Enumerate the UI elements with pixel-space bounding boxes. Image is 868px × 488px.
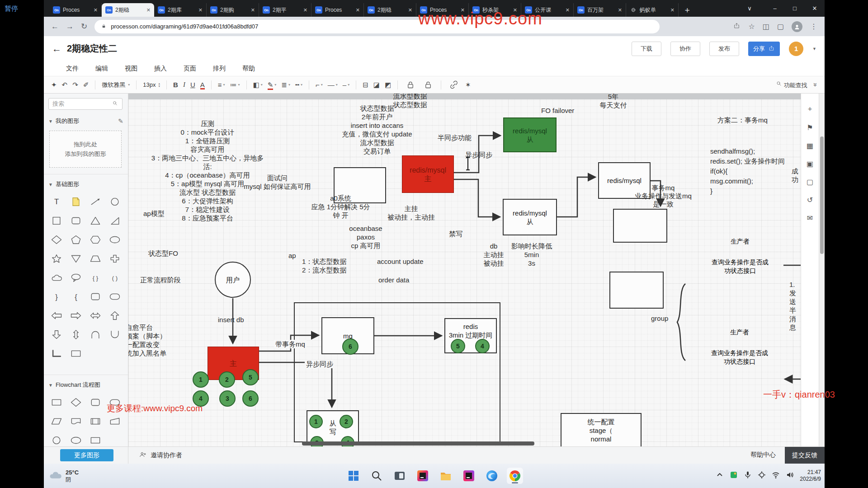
browser-menu-icon[interactable]: ⋮ — [810, 22, 817, 31]
profile-avatar[interactable] — [792, 21, 802, 32]
shape-square[interactable] — [47, 211, 66, 230]
task-view[interactable] — [392, 468, 408, 484]
link-icon[interactable] — [448, 80, 460, 90]
canvas-text[interactable]: FO failover — [541, 106, 574, 115]
canvas-text[interactable]: a0系统 应急 1分钟解决 5分 钟 开 — [306, 194, 376, 220]
canvas-text[interactable]: sendhalfmsg(); redis.set(); 业务操作时间 if(ok… — [710, 146, 785, 196]
numbered-badge[interactable]: 5 — [242, 369, 259, 385]
forward-icon[interactable]: → — [66, 22, 74, 31]
shape-star[interactable] — [47, 249, 66, 268]
close-icon[interactable]: ✕ — [805, 5, 825, 12]
history-icon[interactable]: ↺ — [807, 196, 813, 204]
canvas-text[interactable]: 带事务mq — [274, 340, 307, 348]
clone-icon[interactable]: ▣ — [807, 160, 813, 168]
shape-invtriangle[interactable] — [66, 249, 85, 268]
diagram-node[interactable] — [609, 272, 664, 309]
shape-cloud[interactable] — [47, 268, 66, 287]
line-end-icon[interactable]: –▾ — [343, 81, 349, 89]
tab-close-icon[interactable]: ✕ — [251, 7, 255, 13]
template-icon[interactable]: ▦ — [807, 141, 813, 150]
canvas-text[interactable]: 5年 每天支付 — [596, 94, 630, 109]
numbered-badge[interactable]: 3 — [219, 390, 236, 407]
canvas-text[interactable]: 成功 — [792, 167, 801, 184]
tab-close-icon[interactable]: ✕ — [146, 7, 151, 13]
back-icon[interactable]: ← — [51, 22, 59, 31]
menu-排列[interactable]: 排列 — [213, 65, 226, 73]
diagram-node[interactable]: 统一配置 stage（ normal — [561, 413, 642, 446]
font-family-select[interactable]: 微软雅黑▾ — [102, 81, 130, 89]
shape-bracefree[interactable]: { } — [85, 268, 105, 287]
shape-drop-area[interactable]: 拖到此处 添加到我的图形 — [49, 131, 122, 168]
publish-button[interactable]: 发布 — [709, 42, 739, 56]
connector-type-icon[interactable]: ⌐▾ — [316, 81, 323, 89]
diagram-node[interactable]: redis/mysql 从 — [503, 117, 557, 152]
shape-rounded[interactable] — [85, 393, 105, 412]
canvas-text[interactable]: ap — [288, 251, 296, 260]
invite-collaborator[interactable]: 邀请协作者 — [139, 447, 182, 464]
numbered-badge[interactable]: 2 — [219, 371, 235, 388]
canvas-text[interactable]: 状态型数据 2年前开户 insert into accans 充值，微信支付 u… — [334, 104, 420, 155]
font-color-icon[interactable]: A — [200, 81, 205, 89]
canvas-text[interactable]: insert db — [218, 315, 244, 324]
shape-rounded[interactable] — [66, 211, 85, 230]
minimize-icon[interactable]: – — [765, 5, 785, 12]
shape-callout[interactable] — [66, 268, 85, 287]
diagram-node[interactable]: redis/mysql 从 — [503, 199, 557, 235]
fill-color-icon[interactable]: ◧▾ — [253, 81, 263, 89]
shape-rect[interactable] — [47, 393, 66, 412]
tab-Proces[interactable]: OnProces✕ — [49, 3, 102, 17]
volume-icon[interactable] — [786, 471, 794, 481]
shape-line[interactable] — [85, 192, 105, 211]
section-basic-shapes[interactable]: ▼ 基础图形 — [48, 180, 123, 188]
canvas-text[interactable]: oceanbase paxos cp 高可用 — [339, 224, 392, 250]
move-icon[interactable]: ＋ — [807, 104, 814, 114]
chrome-browser[interactable] — [507, 468, 523, 484]
sidebar-icon[interactable]: ▢ — [777, 22, 784, 31]
mic-icon[interactable] — [744, 471, 752, 481]
address-bar[interactable]: processon.com/diagraming/61d97d9ae401fd0… — [94, 20, 660, 33]
tab-百万架[interactable]: On百万架✕ — [574, 3, 626, 17]
shape-rect[interactable] — [66, 344, 85, 363]
canvas-text[interactable]: 方案二：事务mq — [717, 116, 768, 124]
send-backward-icon[interactable]: ◩ — [385, 81, 391, 89]
shape-arrow-left[interactable] — [47, 306, 66, 325]
canvas-text[interactable]: 异步同步 — [305, 360, 335, 368]
tab-close-icon[interactable]: ✕ — [356, 7, 360, 13]
section-my-shapes[interactable]: ▼ 我的图形 ✎ — [48, 117, 123, 125]
shape-ellipse[interactable] — [105, 230, 124, 249]
menu-编辑[interactable]: 编辑 — [95, 65, 108, 73]
shape-triangle[interactable] — [85, 211, 105, 230]
shape-arrow-lr[interactable] — [85, 306, 105, 325]
numbered-badge[interactable]: 5 — [451, 339, 465, 353]
tab-蚂蚁单[interactable]: 蚂蚁单✕ — [626, 3, 679, 17]
tab-2期购[interactable]: On2期购✕ — [207, 3, 259, 17]
canvas-text[interactable]: group — [651, 314, 668, 323]
taskbar-clock[interactable]: 21:472022/6/9 — [800, 469, 821, 483]
canvas-text[interactable]: 压测 0：mock平台设计 1：全链路压测 容灾高可用 3：两地三中心、三地五中… — [137, 119, 278, 222]
download-button[interactable]: 下载 — [632, 42, 661, 56]
canvas-text[interactable]: 状态型FO — [148, 249, 178, 258]
shape-arrow-right[interactable] — [66, 306, 85, 325]
diagram-node[interactable]: 生产者查询业务操作是否成 功状态接口 — [697, 230, 783, 291]
unlock-icon[interactable] — [422, 80, 434, 90]
url-text[interactable]: processon.com/diagraming/61d97d9ae401fd0… — [111, 23, 258, 30]
canvas-text[interactable]: 禁写 — [449, 230, 462, 238]
shape-text[interactable]: T — [47, 192, 66, 211]
shape-parallelogram[interactable] — [47, 412, 66, 431]
tab-close-icon[interactable]: ✕ — [670, 7, 675, 13]
comment-icon[interactable]: ✉ — [807, 214, 813, 222]
shape-note[interactable] — [66, 192, 85, 211]
tab-Proces[interactable]: OnProces✕ — [311, 3, 364, 17]
canvas-text[interactable]: ap模型 — [143, 209, 165, 218]
canvas-text[interactable]: 影响时长降低 5min 3s — [503, 242, 561, 267]
wand-icon[interactable]: ✦ — [51, 81, 57, 89]
taskbar-search[interactable] — [368, 468, 385, 484]
tab-2期平[interactable]: On2期平✕ — [259, 3, 311, 17]
shape-manual[interactable] — [105, 412, 124, 431]
flag-icon[interactable]: ⚑ — [807, 123, 813, 132]
canvas-text[interactable]: 1.发送半消息 — [789, 280, 801, 332]
menu-帮助[interactable]: 帮助 — [242, 65, 255, 73]
canvas-text[interactable]: 事务mq 业务操作与发送mq 是一致 — [632, 184, 695, 208]
tray-expand-icon[interactable] — [716, 471, 724, 481]
pycharm[interactable] — [461, 468, 477, 484]
